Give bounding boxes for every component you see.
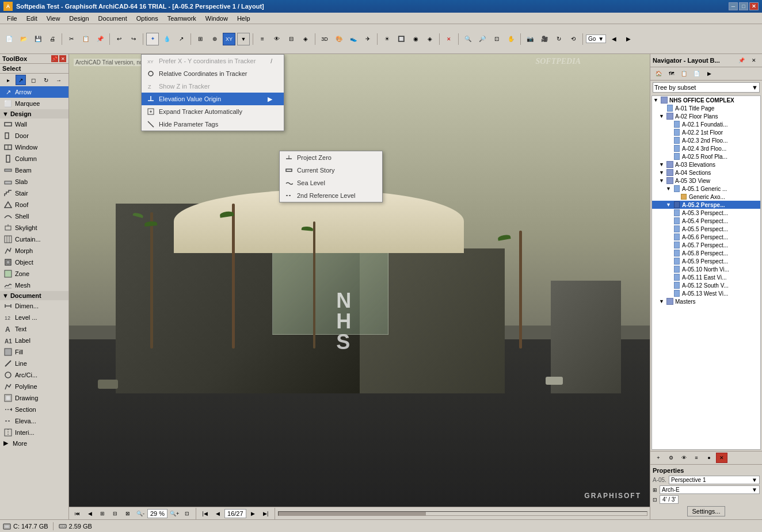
toolbox-pin[interactable]: 📌 xyxy=(51,55,58,62)
select-arrow-btn[interactable]: ↗ xyxy=(16,75,26,85)
menu-elevation-origin[interactable]: Elevation Value Origin ▶ xyxy=(142,93,284,105)
tool-drawing[interactable]: Drawing xyxy=(0,392,68,404)
prop-size-dropdown[interactable]: Arch-E ▼ xyxy=(660,485,760,494)
tb-extra1[interactable]: ◉ xyxy=(409,33,422,45)
tool-mesh[interactable]: Mesh xyxy=(0,280,68,291)
tree-a0512[interactable]: A-05.12 South V... xyxy=(652,281,760,289)
thumbnail-view[interactable]: ⊞ xyxy=(97,508,108,519)
nav-pin[interactable]: 📌 xyxy=(736,55,747,66)
nav-list-btn2[interactable]: ≡ xyxy=(691,453,702,463)
tree-a055[interactable]: A-05.5 Perspect... xyxy=(652,225,760,233)
menu-edit[interactable]: Edit xyxy=(22,14,42,23)
tree-a021[interactable]: A-02.1 Foundati... xyxy=(652,120,760,128)
tool-section[interactable]: Section xyxy=(0,404,68,415)
nav-close[interactable]: ✕ xyxy=(748,55,760,66)
tb-save[interactable]: 💾 xyxy=(32,33,44,45)
menu-window[interactable]: Window xyxy=(201,14,233,23)
page-prev-btn[interactable]: ◀ xyxy=(84,508,96,519)
tool-dimension[interactable]: Dimen... xyxy=(0,300,68,312)
tb-camera2[interactable]: 🎥 xyxy=(538,33,551,45)
nav-list-btn[interactable]: 📋 xyxy=(678,68,689,79)
tb-zoom-fit[interactable]: ⊡ xyxy=(490,33,503,45)
tree-a03[interactable]: ▼ A-03 Elevations xyxy=(652,160,760,169)
tb-pan[interactable]: ✋ xyxy=(505,33,517,45)
tb-coord2[interactable]: ▼ xyxy=(237,33,250,45)
tb-sun[interactable]: ☀ xyxy=(380,33,393,45)
tb-snap[interactable]: ⊕ xyxy=(208,33,221,45)
tool-marquee[interactable]: ⬜ Marquee xyxy=(0,98,68,109)
tool-wall[interactable]: Wall xyxy=(0,118,68,130)
nav-add-btn[interactable]: + xyxy=(653,453,664,463)
prop-name-dropdown[interactable]: Perspective 1 ▼ xyxy=(669,476,760,484)
tool-zone[interactable]: Zone xyxy=(0,268,68,280)
tb-open[interactable]: 📂 xyxy=(17,33,30,45)
zoom-fit-btn[interactable]: ⊡ xyxy=(181,508,193,519)
tool-slab[interactable]: Slab xyxy=(0,176,68,187)
tree-a024[interactable]: A-02.4 3rd Floo... xyxy=(652,144,760,152)
tool-window[interactable]: Window xyxy=(0,141,68,153)
menu-file[interactable]: File xyxy=(2,14,22,23)
tb-zoom-in[interactable]: 🔍 xyxy=(462,33,474,45)
tb-arrow-tool[interactable]: ↗ xyxy=(175,33,188,45)
tool-door[interactable]: Door xyxy=(0,130,68,141)
tb-undo[interactable]: ↩ xyxy=(113,33,125,45)
nav-arrow-btn[interactable]: ▶ xyxy=(703,68,715,79)
tree-a0513[interactable]: A-05.13 West Vi... xyxy=(652,289,760,297)
viewport[interactable]: NHS ArchiCAD Trial version, not for resa… xyxy=(69,54,650,507)
tree-a025[interactable]: A-02.5 Roof Pla... xyxy=(652,152,760,160)
tb-new[interactable]: 📄 xyxy=(3,33,16,45)
tree-a022[interactable]: A-02.2 1st Floor xyxy=(652,128,760,136)
toolbox-close[interactable]: ✕ xyxy=(59,55,66,62)
tb-redo[interactable]: ↪ xyxy=(127,33,140,45)
zoom-level[interactable]: 29 % xyxy=(147,509,167,518)
page-next-btn[interactable]: ▶ xyxy=(247,508,259,519)
tb-eyedropper[interactable]: 💧 xyxy=(161,33,173,45)
submenu-sea-level[interactable]: Sea Level xyxy=(280,177,382,189)
select-extra-btn[interactable]: → xyxy=(54,75,64,85)
nav-delete-btn[interactable]: ✕ xyxy=(716,453,727,463)
menu-document[interactable]: Document xyxy=(94,14,132,23)
tb-extra2[interactable]: ◈ xyxy=(424,33,436,45)
tb-3d[interactable]: 3D xyxy=(318,33,331,45)
tree-a052[interactable]: ▼ A-05.2 Perspe... xyxy=(652,201,760,209)
horizontal-scrollbar[interactable] xyxy=(278,511,647,516)
submenu-project-zero[interactable]: Project Zero xyxy=(280,151,382,164)
tool-polyline[interactable]: Polyline xyxy=(0,381,68,392)
menu-options[interactable]: Options xyxy=(132,14,163,23)
zoom-in-btn[interactable]: 🔍+ xyxy=(169,508,180,519)
document-section[interactable]: ▼ Document xyxy=(0,291,68,300)
menu-relative-coords[interactable]: Relative Coordinates in Tracker xyxy=(142,67,284,80)
tool-interior[interactable]: Interi... xyxy=(0,427,68,438)
nav-dot-btn[interactable]: ● xyxy=(703,453,715,463)
tree-masters[interactable]: ▼ Masters xyxy=(652,297,760,305)
tool-elevation[interactable]: Eleva... xyxy=(0,415,68,427)
tb-mat[interactable]: 🔲 xyxy=(395,33,407,45)
thumbnail-btn2[interactable]: ⊟ xyxy=(109,508,121,519)
tool-column[interactable]: Column xyxy=(0,153,68,164)
tb-print[interactable]: 🖨 xyxy=(46,33,59,45)
tb-filter[interactable]: ⊟ xyxy=(285,33,298,45)
tool-morph[interactable]: Morph xyxy=(0,245,68,257)
tb-prop[interactable]: ◈ xyxy=(299,33,312,45)
tool-curtain[interactable]: Curtain... xyxy=(0,234,68,245)
tool-label[interactable]: A1 Label xyxy=(0,335,68,346)
tb-camera[interactable]: 📷 xyxy=(524,33,536,45)
tb-layer[interactable]: ≡ xyxy=(256,33,269,45)
tree-a02[interactable]: ▼ A-02 Floor Plans xyxy=(652,112,760,120)
tool-more[interactable]: ▶ More xyxy=(0,438,68,448)
close-button[interactable]: ✕ xyxy=(749,2,759,10)
submenu-current-story[interactable]: Current Story xyxy=(280,164,382,177)
menu-hide-param[interactable]: Hide Parameter Tags xyxy=(142,118,284,131)
tb-grid[interactable]: ⊞ xyxy=(194,33,207,45)
tool-beam[interactable]: Beam xyxy=(0,164,68,176)
tb-copy[interactable]: 📋 xyxy=(79,33,92,45)
select-rotate-btn[interactable]: ↻ xyxy=(41,75,51,85)
menu-help[interactable]: Help xyxy=(233,14,255,23)
tree-dropdown[interactable]: Tree by subset ▼ xyxy=(653,82,760,93)
tree-a059[interactable]: A-05.9 Perspect... xyxy=(652,257,760,265)
tree-a05[interactable]: ▼ A-05 3D View xyxy=(652,177,760,185)
tree-a057[interactable]: A-05.7 Perspect... xyxy=(652,241,760,249)
tool-arc[interactable]: Arc/Ci... xyxy=(0,369,68,381)
nav-home-btn[interactable]: 🏠 xyxy=(653,68,664,79)
tb-magic-wand[interactable]: ✦ xyxy=(146,33,159,45)
